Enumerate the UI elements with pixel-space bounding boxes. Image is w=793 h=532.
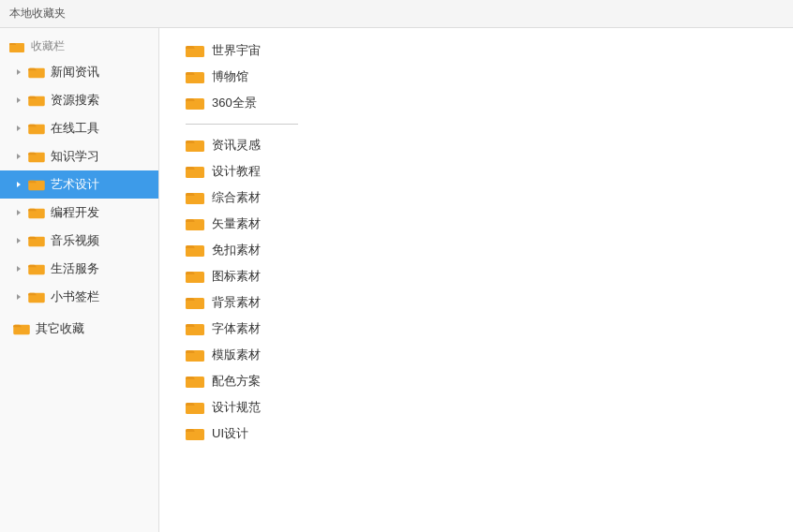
content-item[interactable]: 360全景 — [178, 90, 774, 116]
content-item[interactable]: 综合素材 — [178, 185, 774, 211]
arrow-icon-yishushejian — [13, 179, 24, 190]
content-item[interactable]: 免扣素材 — [178, 237, 774, 263]
content-item[interactable]: 图标素材 — [178, 263, 774, 289]
svg-marker-3 — [17, 97, 21, 103]
content-item[interactable]: 背景素材 — [178, 289, 774, 316]
sidebar-label-zhishixuexi: 知识学习 — [51, 148, 99, 165]
main-layout: 收藏栏 新闻资讯 资源搜索 在线工具 知识学习 艺术设计 — [0, 28, 793, 532]
svg-marker-1 — [17, 69, 21, 75]
content-item-label: 配色方案 — [212, 373, 261, 390]
sidebar-item-zhishixuexi[interactable]: 知识学习 — [0, 142, 158, 170]
svg-marker-17 — [17, 294, 21, 300]
content-item-label: 背景素材 — [212, 294, 261, 311]
arrow-icon-zaixiangongju — [13, 123, 24, 134]
sidebar-item-bianchengkaifa[interactable]: 编程开发 — [0, 199, 158, 227]
content-item-label: 世界宇宙 — [212, 42, 261, 59]
svg-marker-11 — [17, 210, 21, 215]
content-folder-icon — [186, 138, 204, 153]
arrow-icon-zhishixuexi — [13, 151, 24, 162]
content-item[interactable]: 矢量素材 — [178, 211, 774, 237]
content-item[interactable]: 资讯灵感 — [178, 132, 774, 158]
content-item[interactable]: 博物馆 — [178, 64, 774, 90]
sidebar-items-container: 新闻资讯 资源搜索 在线工具 知识学习 艺术设计 编程开发 — [0, 58, 158, 311]
content-folder-icon — [186, 43, 204, 58]
content-item-label: 博物馆 — [212, 68, 248, 85]
top-bar-title: 本地收藏夹 — [9, 6, 66, 22]
sidebar-label-other: 其它收藏 — [36, 320, 84, 337]
content-item-label: 矢量素材 — [212, 215, 261, 232]
content-folder-icon — [186, 216, 204, 231]
content-item[interactable]: 字体素材 — [178, 316, 774, 342]
sidebar-item-xiaoshujianlan[interactable]: 小书签栏 — [0, 283, 158, 311]
content-group-2: 资讯灵感 设计教程 综合素材 矢量素材 免扣素材 图标素材 背景素材 字体素材 … — [178, 132, 774, 447]
content-item-label: 360全景 — [212, 95, 257, 111]
arrow-icon-yinyueshipin — [13, 235, 24, 246]
content-item-label: UI设计 — [212, 425, 248, 442]
folder-icon-zaixiangongju — [28, 122, 45, 135]
content-item-label: 免扣素材 — [212, 242, 261, 259]
content-item-label: 设计教程 — [212, 163, 261, 180]
content-item[interactable]: UI设计 — [178, 421, 774, 447]
folder-icon-ziyuansousuo — [28, 94, 45, 107]
content-item-label: 设计规范 — [212, 399, 261, 416]
folder-icon-xiaoshujianlan — [28, 290, 45, 303]
sidebar: 收藏栏 新闻资讯 资源搜索 在线工具 知识学习 艺术设计 — [0, 28, 159, 532]
sidebar-label-yinyueshipin: 音乐视频 — [51, 232, 99, 249]
content-folder-icon — [186, 96, 204, 111]
folder-icon-zhishixuexi — [28, 150, 45, 163]
arrow-icon-xinwenzixun — [13, 66, 24, 78]
content-area: 世界宇宙 博物馆 360全景 资讯灵感 设计教程 综合素材 矢量素材 免扣素材 … — [159, 28, 793, 532]
content-folder-icon — [186, 164, 204, 179]
content-folder-icon — [186, 269, 204, 284]
arrow-icon-xiaoshujianlan — [13, 291, 24, 303]
svg-marker-15 — [17, 266, 21, 272]
content-item[interactable]: 模版素材 — [178, 342, 774, 368]
arrow-icon-shenghuofuwu — [13, 263, 24, 274]
content-item-label: 综合素材 — [212, 189, 261, 206]
sidebar-item-yishushejian[interactable]: 艺术设计 — [0, 170, 158, 199]
arrow-icon-ziyuansousuo — [13, 95, 24, 106]
svg-marker-9 — [17, 182, 21, 187]
folder-icon-bianchengkaifa — [28, 206, 45, 219]
content-item[interactable]: 配色方案 — [178, 368, 774, 394]
content-item[interactable]: 世界宇宙 — [178, 37, 774, 64]
svg-marker-5 — [17, 126, 21, 131]
sidebar-item-yinyueshipin[interactable]: 音乐视频 — [0, 227, 158, 255]
content-item-label: 模版素材 — [212, 347, 261, 363]
sidebar-item-other[interactable]: 其它收藏 — [0, 315, 158, 343]
folder-icon-yishushejian — [28, 178, 45, 191]
content-divider — [186, 124, 298, 125]
svg-marker-7 — [17, 154, 21, 159]
sidebar-label-xiaoshujianlan: 小书签栏 — [51, 288, 99, 305]
content-group-1: 世界宇宙 博物馆 360全景 — [178, 37, 774, 116]
content-item-label: 图标素材 — [212, 268, 261, 285]
sidebar-section-collen: 收藏栏 — [0, 33, 158, 58]
folder-icon-other — [13, 322, 30, 335]
content-item[interactable]: 设计规范 — [178, 394, 774, 421]
sidebar-label-xinwenzixun: 新闻资讯 — [51, 64, 99, 81]
sidebar-item-shenghuofuwu[interactable]: 生活服务 — [0, 255, 158, 283]
content-container: 世界宇宙 博物馆 360全景 资讯灵感 设计教程 综合素材 矢量素材 免扣素材 … — [178, 37, 774, 447]
sidebar-label-bianchengkaifa: 编程开发 — [51, 204, 99, 221]
sidebar-label-ziyuansousuo: 资源搜索 — [51, 92, 99, 109]
content-folder-icon — [186, 69, 204, 84]
folder-icon-xinwenzixun — [28, 66, 45, 79]
sidebar-item-ziyuansousuo[interactable]: 资源搜索 — [0, 86, 158, 114]
content-folder-icon — [186, 426, 204, 441]
folder-icon-shenghuofuwu — [28, 262, 45, 275]
sidebar-label-yishushejian: 艺术设计 — [51, 176, 99, 193]
content-folder-icon — [186, 321, 204, 336]
content-folder-icon — [186, 243, 204, 258]
top-bar: 本地收藏夹 — [0, 0, 793, 28]
content-item[interactable]: 设计教程 — [178, 158, 774, 185]
content-folder-icon — [186, 295, 204, 310]
folder-icon-yinyueshipin — [28, 234, 45, 247]
content-folder-icon — [186, 190, 204, 205]
content-folder-icon — [186, 400, 204, 415]
sidebar-label-zaixiangongju: 在线工具 — [51, 120, 99, 137]
sidebar-label-shenghuofuwu: 生活服务 — [51, 260, 99, 277]
arrow-icon-bianchengkaifa — [13, 207, 24, 218]
sidebar-item-zaixiangongju[interactable]: 在线工具 — [0, 114, 158, 142]
svg-marker-13 — [17, 238, 21, 244]
sidebar-item-xinwenzixun[interactable]: 新闻资讯 — [0, 58, 158, 86]
